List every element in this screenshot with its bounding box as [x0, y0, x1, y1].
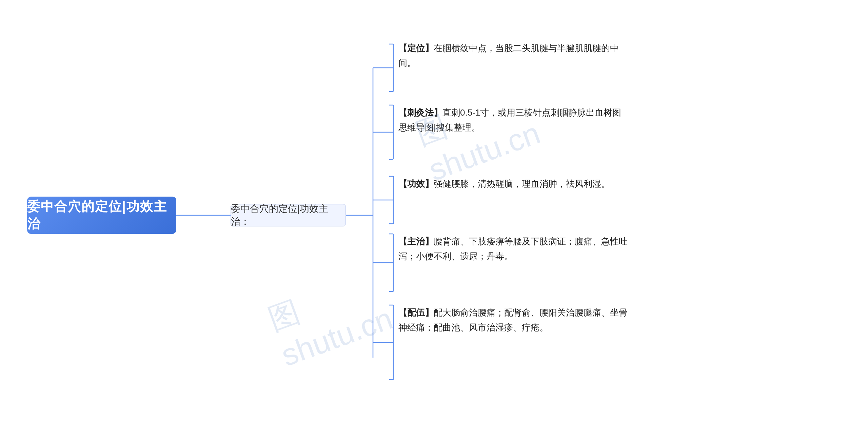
branch-zhuzhi-text: 【主治】腰背痛、下肢痿痹等腰及下肢病证；腹痛、急性吐泻；小便不利、遗尿；丹毒。: [398, 234, 629, 264]
level2-node: 委中合穴的定位|功效主治：: [231, 204, 346, 226]
mindmap-container: 委中合穴的定位|功效主治 委中合穴的定位|功效主治： 【定位】在腘横纹中点，当股…: [0, 0, 868, 441]
branch-dingwei-label: 【定位】: [398, 43, 434, 53]
branch-dingwei-text: 【定位】在腘横纹中点，当股二头肌腱与半腱肌肌腱的中间。: [398, 41, 629, 71]
branch-cijiu: 【刺灸法】直刺0.5-1寸，或用三棱针点刺腘静脉出血树图思维导图|搜集整理。: [398, 105, 629, 135]
branch-zhuzhi-label: 【主治】: [398, 236, 434, 246]
branch-dingwei: 【定位】在腘横纹中点，当股二头肌腱与半腱肌肌腱的中间。: [398, 41, 629, 71]
branch-cijiu-label: 【刺灸法】: [398, 107, 442, 118]
branch-cijiu-text: 【刺灸法】直刺0.5-1寸，或用三棱针点刺腘静脉出血树图思维导图|搜集整理。: [398, 105, 629, 135]
branch-peiwu: 【配伍】配大肠俞治腰痛；配肾俞、腰阳关治腰腿痛、坐骨神经痛；配曲池、风市治湿疹、…: [398, 305, 629, 335]
branch-gongneng-label: 【功效】: [398, 179, 434, 189]
branch-peiwu-text: 【配伍】配大肠俞治腰痛；配肾俞、腰阳关治腰腿痛、坐骨神经痛；配曲池、风市治湿疹、…: [398, 305, 629, 335]
branch-gongneng-content: 强健腰膝，清热醒脑，理血消肿，祛风利湿。: [434, 179, 610, 189]
root-label: 委中合穴的定位|功效主治: [27, 198, 176, 233]
branch-peiwu-label: 【配伍】: [398, 307, 434, 318]
root-node: 委中合穴的定位|功效主治: [27, 197, 176, 234]
branch-gongneng-text: 【功效】强健腰膝，清热醒脑，理血消肿，祛风利湿。: [398, 176, 610, 191]
branch-zhuzhi: 【主治】腰背痛、下肢痿痹等腰及下肢病证；腹痛、急性吐泻；小便不利、遗尿；丹毒。: [398, 234, 629, 264]
branch-gongneng: 【功效】强健腰膝，清热醒脑，理血消肿，祛风利湿。: [398, 176, 610, 191]
level2-label: 委中合穴的定位|功效主治：: [231, 202, 346, 228]
